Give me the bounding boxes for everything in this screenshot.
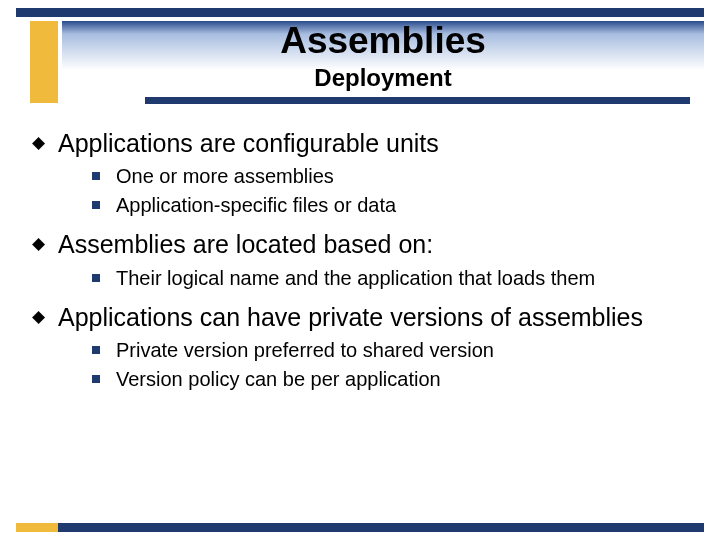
bullet-lvl2: Their logical name and the application t… [32, 265, 700, 292]
bullet-lvl1: Applications are configurable units [32, 128, 700, 159]
top-bar [16, 8, 704, 17]
bottom-bar [16, 523, 704, 532]
gold-accent [30, 21, 58, 103]
bullet-lvl1: Assemblies are located based on: [32, 229, 700, 260]
bullet-lvl2: Version policy can be per application [32, 366, 700, 393]
slide: Assemblies Deployment Applications are c… [0, 0, 720, 540]
bullet-lvl1: Applications can have private versions o… [32, 302, 700, 333]
title-rule [145, 97, 690, 104]
bullet-lvl2-group: One or more assemblies Application-speci… [32, 163, 700, 219]
slide-subtitle: Deployment [62, 64, 704, 92]
content-area: Applications are configurable units One … [32, 120, 700, 403]
bullet-lvl2-group: Their logical name and the application t… [32, 265, 700, 292]
bullet-lvl2: Private version preferred to shared vers… [32, 337, 700, 364]
slide-title: Assemblies [62, 22, 704, 61]
bullet-lvl2: One or more assemblies [32, 163, 700, 190]
bullet-lvl2-group: Private version preferred to shared vers… [32, 337, 700, 393]
bullet-lvl2: Application-specific files or data [32, 192, 700, 219]
